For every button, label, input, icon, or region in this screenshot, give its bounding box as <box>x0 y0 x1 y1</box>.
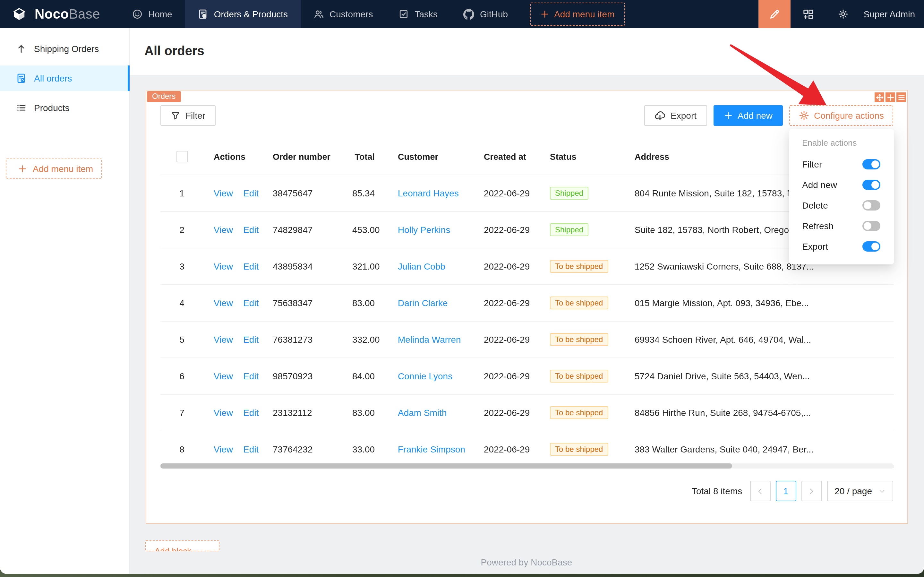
address-cell: 69934 Schoen River, Apt. 646, 49704, Wal… <box>625 334 894 345</box>
toggle-switch[interactable] <box>863 221 881 231</box>
customer-link[interactable]: Adam Smith <box>398 408 447 418</box>
configure-actions-button[interactable]: Configure actions <box>789 105 893 126</box>
enable-action-row-add-new: Add new <box>789 174 894 195</box>
toggle-switch[interactable] <box>863 241 881 251</box>
enable-action-label: Refresh <box>802 221 834 231</box>
pagination-next-button[interactable] <box>801 481 822 501</box>
navbar-item-orders-products[interactable]: Orders & Products <box>185 0 301 28</box>
settings-button[interactable] <box>826 0 861 28</box>
enable-action-label: Export <box>802 241 828 251</box>
enable-action-row-delete: Delete <box>789 195 894 216</box>
row-actions: View Edit <box>203 334 262 345</box>
row-actions: View Edit <box>203 225 262 235</box>
navbar-item-home[interactable]: Home <box>119 0 185 28</box>
edit-link[interactable]: Edit <box>243 334 259 345</box>
view-link[interactable]: View <box>214 225 233 235</box>
edit-link[interactable]: Edit <box>243 444 259 455</box>
toggle-switch[interactable] <box>863 180 881 190</box>
enable-action-row-filter: Filter <box>789 154 894 174</box>
select-all-checkbox-cell <box>160 151 203 163</box>
add-block-button[interactable]: Add block <box>145 540 219 551</box>
horizontal-scrollbar-track[interactable] <box>160 463 894 469</box>
address-cell: 84856 Hirthe Run, Suite 268, 94754-6705,… <box>625 408 894 418</box>
row-index: 8 <box>160 444 203 455</box>
block-menu-icon[interactable] <box>897 92 906 102</box>
document-check-icon <box>198 9 208 19</box>
navbar-item-tasks[interactable]: Tasks <box>386 0 451 28</box>
view-link[interactable]: View <box>214 261 233 271</box>
customer-link[interactable]: Darin Clarke <box>398 298 448 308</box>
page-size-select[interactable]: 20 / page <box>827 481 893 501</box>
edit-link[interactable]: Edit <box>243 225 259 235</box>
navbar-item-label: Orders & Products <box>214 9 288 19</box>
order-number-cell: 43895834 <box>262 261 342 271</box>
navbar-item-github[interactable]: GitHub <box>451 0 521 28</box>
block-collection-tag: Orders <box>147 91 180 102</box>
toggle-switch[interactable] <box>863 159 881 169</box>
edit-link[interactable]: Edit <box>243 371 259 381</box>
add-block-icon[interactable] <box>885 92 895 102</box>
screen: NocoBase HomeOrders & ProductsCustomersT… <box>0 0 924 577</box>
total-cell: 33.00 <box>342 444 388 455</box>
table-row: 1 View Edit 38475647 85.34 Leonard Hayes… <box>160 175 894 212</box>
edit-link[interactable]: Edit <box>243 261 259 271</box>
table-row: 4 View Edit 75638347 83.00 Darin Clarke … <box>160 285 894 322</box>
created-at-cell: 2022-06-29 <box>473 261 540 271</box>
select-all-checkbox[interactable] <box>176 151 188 163</box>
export-button[interactable]: Export <box>644 105 707 126</box>
view-link[interactable]: View <box>214 188 233 198</box>
navbar-add-menu-item-button[interactable]: Add menu item <box>530 3 625 26</box>
list-icon <box>16 103 26 113</box>
customer-link[interactable]: Julian Cobb <box>398 261 445 271</box>
column-header-status: Status <box>540 152 625 161</box>
ui-editor-button[interactable] <box>758 0 790 28</box>
column-header-created-at: Created at <box>473 152 540 161</box>
edit-link[interactable]: Edit <box>243 408 259 418</box>
export-button-label: Export <box>671 110 697 121</box>
enable-action-label: Filter <box>802 159 822 169</box>
toggle-switch[interactable] <box>863 200 881 211</box>
drag-handle-icon[interactable] <box>874 92 884 102</box>
status-cell: To be shipped <box>540 260 625 273</box>
view-link[interactable]: View <box>214 334 233 345</box>
filter-button[interactable]: Filter <box>160 105 216 126</box>
order-number-cell: 75638347 <box>262 298 342 308</box>
enable-action-label: Add new <box>802 180 837 190</box>
navbar-item-label: Customers <box>330 9 373 19</box>
navbar-right: Super Admin <box>758 0 924 28</box>
view-link[interactable]: View <box>214 371 233 381</box>
view-link[interactable]: View <box>214 408 233 418</box>
row-actions: View Edit <box>203 444 262 455</box>
navbar-item-customers[interactable]: Customers <box>301 0 386 28</box>
enable-action-row-export: Export <box>789 236 894 257</box>
sidebar-add-menu-item-button[interactable]: Add menu item <box>6 158 102 179</box>
pagination-prev-button[interactable] <box>750 481 770 501</box>
status-badge: To be shipped <box>550 443 608 456</box>
row-index: 5 <box>160 334 203 345</box>
plugins-button[interactable] <box>790 0 826 28</box>
customer-link[interactable]: Holly Perkins <box>398 225 450 235</box>
pagination-page-1[interactable]: 1 <box>776 481 796 501</box>
sidebar-item-all-orders[interactable]: All orders <box>0 66 129 91</box>
edit-link[interactable]: Edit <box>243 298 259 308</box>
powered-by-footer: Powered by NocoBase <box>129 557 924 567</box>
gear-icon <box>838 9 848 19</box>
sidebar-item-shipping-orders[interactable]: Shipping Orders <box>0 36 129 61</box>
status-cell: Shipped <box>540 187 625 200</box>
user-menu[interactable]: Super Admin <box>861 9 924 19</box>
plus-icon <box>723 111 732 120</box>
dropdown-title: Enable actions <box>789 135 894 154</box>
customer-link[interactable]: Leonard Hayes <box>398 188 459 198</box>
view-link[interactable]: View <box>214 444 233 455</box>
customer-link[interactable]: Connie Lyons <box>398 371 452 381</box>
pagination: Total 8 items 1 20 / page <box>692 481 893 501</box>
customer-link[interactable]: Melinda Warren <box>398 334 461 345</box>
view-link[interactable]: View <box>214 298 233 308</box>
sidebar-item-products[interactable]: Products <box>0 95 129 121</box>
edit-link[interactable]: Edit <box>243 188 259 198</box>
customer-link[interactable]: Frankie Simpson <box>398 444 465 455</box>
add-new-button[interactable]: Add new <box>713 105 783 126</box>
cloud-download-icon <box>655 110 665 121</box>
horizontal-scrollbar-thumb[interactable] <box>160 463 732 469</box>
nocobase-logo: NocoBase <box>0 6 119 23</box>
